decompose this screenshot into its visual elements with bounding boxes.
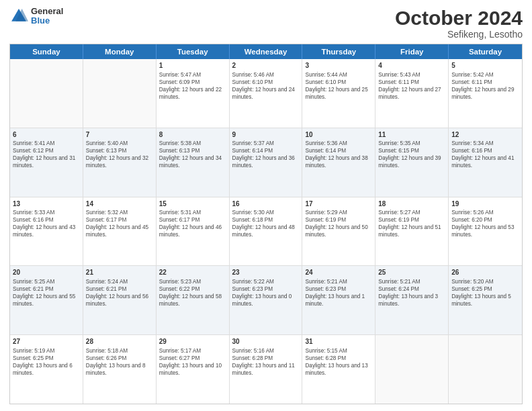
cell-3-3: 15Sunrise: 5:31 AMSunset: 6:17 PMDayligh… [157, 197, 230, 266]
col-saturday: Saturday [449, 44, 522, 59]
cell-info: Sunrise: 5:21 AMSunset: 6:24 PMDaylight:… [378, 278, 445, 308]
day-number: 23 [232, 268, 300, 277]
day-number: 30 [232, 337, 300, 347]
week-4: 20Sunrise: 5:25 AMSunset: 6:21 PMDayligh… [10, 266, 522, 335]
week-5: 27Sunrise: 5:19 AMSunset: 6:25 PMDayligh… [10, 335, 522, 404]
page-subtitle: Sefikeng, Lesotho [395, 29, 523, 40]
cell-info: Sunrise: 5:24 AMSunset: 6:21 PMDaylight:… [86, 278, 153, 308]
logo-text: General Blue [31, 7, 63, 26]
day-number: 4 [378, 61, 445, 71]
cell-info: Sunrise: 5:18 AMSunset: 6:26 PMDaylight:… [86, 347, 153, 377]
logo-icon [9, 7, 28, 26]
col-monday: Monday [83, 44, 157, 59]
day-number: 13 [13, 199, 80, 209]
cell-info: Sunrise: 5:35 AMSunset: 6:15 PMDaylight:… [378, 140, 445, 169]
calendar-body: 1Sunrise: 5:47 AMSunset: 6:09 PMDaylight… [10, 59, 522, 404]
cell-5-5: 31Sunrise: 5:15 AMSunset: 6:28 PMDayligh… [302, 335, 375, 404]
day-number: 19 [451, 199, 519, 209]
logo: General Blue [9, 7, 63, 26]
cell-4-7: 26Sunrise: 5:20 AMSunset: 6:25 PMDayligh… [449, 266, 522, 334]
day-number: 7 [86, 130, 153, 140]
cell-info: Sunrise: 5:41 AMSunset: 6:12 PMDaylight:… [13, 140, 80, 169]
day-number: 2 [232, 61, 300, 71]
day-number: 11 [378, 130, 445, 140]
cell-info: Sunrise: 5:19 AMSunset: 6:25 PMDaylight:… [13, 347, 80, 377]
cell-4-2: 21Sunrise: 5:24 AMSunset: 6:21 PMDayligh… [83, 266, 157, 334]
cell-info: Sunrise: 5:42 AMSunset: 6:11 PMDaylight:… [451, 71, 519, 101]
col-tuesday: Tuesday [157, 44, 230, 59]
day-number: 17 [305, 199, 372, 209]
cell-info: Sunrise: 5:26 AMSunset: 6:20 PMDaylight:… [451, 209, 519, 238]
day-number: 18 [378, 199, 445, 209]
day-number: 22 [159, 268, 226, 277]
header: General Blue October 2024 Sefikeng, Leso… [9, 7, 523, 40]
cell-info: Sunrise: 5:33 AMSunset: 6:16 PMDaylight:… [13, 209, 80, 238]
cell-4-1: 20Sunrise: 5:25 AMSunset: 6:21 PMDayligh… [10, 266, 83, 334]
cell-info: Sunrise: 5:27 AMSunset: 6:19 PMDaylight:… [378, 209, 445, 238]
cell-5-6 [375, 335, 449, 404]
cell-2-5: 10Sunrise: 5:36 AMSunset: 6:14 PMDayligh… [302, 128, 375, 197]
day-number: 26 [451, 268, 519, 277]
cell-1-4: 2Sunrise: 5:46 AMSunset: 6:10 PMDaylight… [230, 59, 303, 128]
cell-info: Sunrise: 5:25 AMSunset: 6:21 PMDaylight:… [13, 278, 80, 308]
day-number: 6 [13, 130, 80, 140]
page-title: October 2024 [395, 7, 523, 29]
cell-info: Sunrise: 5:17 AMSunset: 6:27 PMDaylight:… [159, 347, 226, 377]
cell-info: Sunrise: 5:47 AMSunset: 6:09 PMDaylight:… [159, 71, 226, 101]
cell-info: Sunrise: 5:37 AMSunset: 6:14 PMDaylight:… [232, 140, 300, 169]
cell-3-5: 17Sunrise: 5:29 AMSunset: 6:19 PMDayligh… [302, 197, 375, 266]
cell-4-4: 23Sunrise: 5:22 AMSunset: 6:23 PMDayligh… [230, 266, 303, 334]
cell-4-5: 24Sunrise: 5:21 AMSunset: 6:23 PMDayligh… [302, 266, 375, 334]
cell-info: Sunrise: 5:36 AMSunset: 6:14 PMDaylight:… [305, 140, 372, 169]
day-number: 8 [159, 130, 226, 140]
day-number: 29 [159, 337, 226, 347]
cell-info: Sunrise: 5:31 AMSunset: 6:17 PMDaylight:… [159, 209, 226, 238]
day-number: 28 [86, 337, 153, 347]
page: General Blue October 2024 Sefikeng, Leso… [0, 0, 532, 411]
week-2: 6Sunrise: 5:41 AMSunset: 6:12 PMDaylight… [10, 128, 522, 197]
cell-1-3: 1Sunrise: 5:47 AMSunset: 6:09 PMDaylight… [157, 59, 230, 128]
cell-2-1: 6Sunrise: 5:41 AMSunset: 6:12 PMDaylight… [10, 128, 83, 197]
day-number: 12 [451, 130, 519, 140]
day-number: 27 [13, 337, 80, 347]
col-wednesday: Wednesday [230, 44, 303, 59]
cell-2-2: 7Sunrise: 5:40 AMSunset: 6:13 PMDaylight… [83, 128, 157, 197]
cell-info: Sunrise: 5:29 AMSunset: 6:19 PMDaylight:… [305, 209, 372, 238]
cell-info: Sunrise: 5:46 AMSunset: 6:10 PMDaylight:… [232, 71, 300, 101]
day-number: 5 [451, 61, 519, 71]
day-number: 1 [159, 61, 226, 71]
logo-line1: General [31, 7, 63, 16]
cell-3-7: 19Sunrise: 5:26 AMSunset: 6:20 PMDayligh… [449, 197, 522, 266]
cell-2-3: 8Sunrise: 5:38 AMSunset: 6:13 PMDaylight… [157, 128, 230, 197]
day-number: 10 [305, 130, 372, 140]
cell-5-4: 30Sunrise: 5:16 AMSunset: 6:28 PMDayligh… [230, 335, 303, 404]
cell-5-7 [449, 335, 522, 404]
day-number: 15 [159, 199, 226, 209]
title-block: October 2024 Sefikeng, Lesotho [395, 7, 523, 40]
day-number: 25 [378, 268, 445, 277]
cell-3-4: 16Sunrise: 5:30 AMSunset: 6:18 PMDayligh… [230, 197, 303, 266]
cell-info: Sunrise: 5:34 AMSunset: 6:16 PMDaylight:… [451, 140, 519, 169]
cell-1-6: 4Sunrise: 5:43 AMSunset: 6:11 PMDaylight… [375, 59, 449, 128]
cell-3-1: 13Sunrise: 5:33 AMSunset: 6:16 PMDayligh… [10, 197, 83, 266]
cell-1-1 [10, 59, 83, 128]
logo-line2: Blue [31, 16, 63, 26]
cell-5-3: 29Sunrise: 5:17 AMSunset: 6:27 PMDayligh… [157, 335, 230, 404]
day-number: 31 [305, 337, 372, 347]
day-number: 14 [86, 199, 153, 209]
day-number: 3 [305, 61, 372, 71]
cell-info: Sunrise: 5:20 AMSunset: 6:25 PMDaylight:… [451, 278, 519, 308]
cell-1-7: 5Sunrise: 5:42 AMSunset: 6:11 PMDaylight… [449, 59, 522, 128]
cell-4-3: 22Sunrise: 5:23 AMSunset: 6:22 PMDayligh… [157, 266, 230, 334]
cell-info: Sunrise: 5:43 AMSunset: 6:11 PMDaylight:… [378, 71, 445, 101]
cell-2-7: 12Sunrise: 5:34 AMSunset: 6:16 PMDayligh… [449, 128, 522, 197]
cell-1-2 [83, 59, 157, 128]
cell-info: Sunrise: 5:32 AMSunset: 6:17 PMDaylight:… [86, 209, 153, 238]
cell-info: Sunrise: 5:22 AMSunset: 6:23 PMDaylight:… [232, 278, 300, 308]
cell-info: Sunrise: 5:23 AMSunset: 6:22 PMDaylight:… [159, 278, 226, 308]
day-number: 24 [305, 268, 372, 277]
day-number: 20 [13, 268, 80, 277]
day-number: 9 [232, 130, 300, 140]
cell-info: Sunrise: 5:44 AMSunset: 6:10 PMDaylight:… [305, 71, 372, 101]
cell-info: Sunrise: 5:21 AMSunset: 6:23 PMDaylight:… [305, 278, 372, 308]
